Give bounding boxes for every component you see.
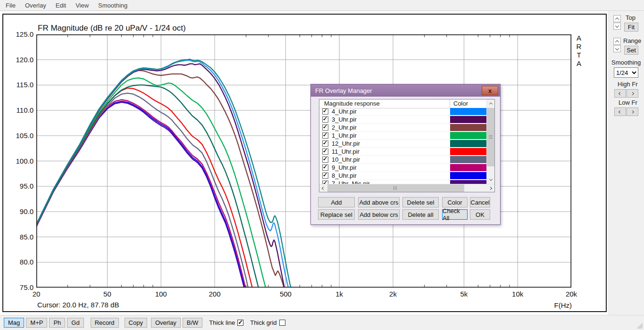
row-checkbox[interactable]: [322, 124, 328, 131]
horizontal-scrollbar[interactable]: [319, 184, 494, 192]
row-checkbox[interactable]: [322, 157, 328, 163]
row-checkbox[interactable]: [322, 148, 328, 155]
scroll-right-icon[interactable]: [486, 184, 494, 192]
color-swatch[interactable]: [450, 124, 486, 131]
close-icon[interactable]: x: [482, 86, 498, 95]
color-swatch[interactable]: [450, 148, 486, 155]
high-fr-left-button[interactable]: [614, 89, 626, 98]
overlay-row[interactable]: 12_Uhr.pir: [319, 140, 486, 148]
b-w-button[interactable]: B/W: [183, 318, 203, 328]
cursor-readout: Cursor: 20.0 Hz, 87.78 dB: [37, 301, 119, 309]
x-tick-label: 50: [103, 290, 111, 298]
thumb-grip-icon: [393, 186, 398, 190]
overlay-filename: 3_Uhr.pir: [332, 116, 357, 123]
delete-all-button[interactable]: Delete all: [402, 209, 439, 220]
high-fr-right-button[interactable]: [627, 89, 638, 98]
row-checkbox[interactable]: [322, 165, 328, 171]
set-button[interactable]: Set: [624, 46, 638, 55]
range-spin-up-button[interactable]: [613, 38, 621, 45]
add-below-crs-button[interactable]: Add below crs: [358, 209, 400, 220]
ph-button[interactable]: Ph: [49, 318, 65, 328]
ok-button[interactable]: OK: [470, 209, 490, 220]
overlay-row[interactable]: 11_Uhr.pir: [319, 148, 486, 156]
color-swatch[interactable]: [450, 172, 486, 179]
color-swatch[interactable]: [450, 140, 486, 147]
overlay-filename: 11_Uhr.pir: [332, 148, 360, 155]
color-swatch[interactable]: [450, 180, 486, 184]
fr-overlay-manager-dialog: FR Overlay Manager x Magnitude response …: [310, 84, 501, 225]
row-checkbox[interactable]: [322, 132, 328, 139]
add-button[interactable]: Add: [318, 197, 355, 207]
replace-sel-button[interactable]: Replace sel: [318, 209, 355, 220]
check-all-button[interactable]: Check All: [442, 209, 468, 220]
resize-grip-icon[interactable]: [637, 323, 643, 329]
low-fr-right-button[interactable]: [627, 107, 638, 116]
scroll-up-icon[interactable]: [487, 99, 494, 107]
overlay-row[interactable]: 3_Uhr.pir: [319, 116, 486, 124]
top-spin-down-button[interactable]: [613, 23, 621, 30]
top-label: Top: [626, 14, 636, 21]
chevron-left-icon: [619, 91, 622, 95]
color-swatch[interactable]: [450, 116, 486, 123]
fit-button[interactable]: Fit: [624, 23, 638, 32]
overlay-row[interactable]: 7_Uhr_Mic.pir: [319, 180, 486, 184]
vertical-scrollbar[interactable]: [486, 99, 494, 184]
record-button[interactable]: Record: [91, 318, 119, 328]
gd-button[interactable]: Gd: [67, 318, 84, 328]
top-spin-up-button[interactable]: [613, 15, 621, 22]
overlay-filename: 10_Uhr.pir: [332, 156, 360, 163]
overlay-row[interactable]: 2_Uhr.pir: [319, 124, 486, 132]
y-tick-label: 100.0: [3, 157, 33, 165]
cancel-button[interactable]: Cancel: [470, 197, 490, 207]
thick-line-checkbox[interactable]: [237, 320, 243, 326]
y-tick-label: 110.0: [3, 106, 33, 114]
row-checkbox[interactable]: [322, 108, 328, 115]
row-checkbox[interactable]: [322, 173, 328, 179]
thick-grid-checkbox[interactable]: [279, 320, 285, 326]
overlay-row[interactable]: 9_Uhr.pir: [319, 164, 486, 172]
plot-panel: FR Magnitude (dB re 20 uPa/V - 1/24 oct)…: [2, 14, 607, 312]
row-checkbox[interactable]: [322, 140, 328, 147]
y-tick-label: 105.0: [3, 132, 33, 140]
overlay-row[interactable]: 4_Uhr.pir: [319, 108, 486, 116]
vertical-scroll-thumb[interactable]: [487, 108, 494, 166]
copy-button[interactable]: Copy: [125, 318, 147, 328]
dialog-title: FR Overlay Manager: [315, 87, 372, 94]
scroll-down-icon[interactable]: [487, 176, 494, 184]
overlay-button[interactable]: Overlay: [151, 318, 181, 328]
color-swatch[interactable]: [450, 156, 486, 163]
column-magnitude-response: Magnitude response: [324, 100, 380, 107]
menu-bar: FileOverlayEditViewSmoothing: [0, 0, 644, 11]
overlay-row[interactable]: 8_Uhr.pir: [319, 172, 486, 180]
right-control-panel: Top Fit Range Set Smoothing 1/24 High Fr…: [608, 11, 644, 330]
delete-sel-button[interactable]: Delete sel: [402, 197, 439, 207]
color-swatch[interactable]: [450, 164, 486, 171]
y-tick-label: 120.0: [3, 56, 33, 64]
row-checkbox[interactable]: [322, 181, 328, 184]
y-tick-label: 125.0: [3, 30, 33, 38]
color-swatch[interactable]: [450, 108, 486, 115]
scroll-left-icon[interactable]: [319, 184, 327, 192]
smoothing-select[interactable]: 1/24: [614, 67, 638, 78]
color-swatch[interactable]: [450, 132, 486, 139]
m-p-button[interactable]: M+P: [26, 318, 47, 328]
menu-smoothing[interactable]: Smoothing: [93, 1, 132, 10]
menu-overlay[interactable]: Overlay: [20, 1, 51, 10]
menu-file[interactable]: File: [1, 1, 20, 10]
range-spin-down-button[interactable]: [613, 45, 621, 52]
series-11-Uhr-pir: [36, 88, 253, 288]
y-tick-label: 75.0: [3, 283, 33, 291]
low-fr-left-button[interactable]: [614, 107, 626, 116]
high-fr-label: High Fr: [618, 81, 638, 88]
menu-view[interactable]: View: [71, 1, 93, 10]
horizontal-scroll-thumb[interactable]: [327, 184, 464, 192]
row-checkbox[interactable]: [322, 116, 328, 123]
dialog-title-bar[interactable]: FR Overlay Manager: [311, 84, 500, 97]
color-button[interactable]: Color: [442, 197, 468, 207]
add-above-crs-button[interactable]: Add above crs: [358, 197, 400, 207]
client-area: FR Magnitude (dB re 20 uPa/V - 1/24 oct)…: [0, 11, 608, 315]
mag-button[interactable]: Mag: [4, 318, 24, 328]
overlay-row[interactable]: 1_Uhr.pir: [319, 132, 486, 140]
menu-edit[interactable]: Edit: [51, 1, 71, 10]
overlay-row[interactable]: 10_Uhr.pir: [319, 156, 486, 164]
